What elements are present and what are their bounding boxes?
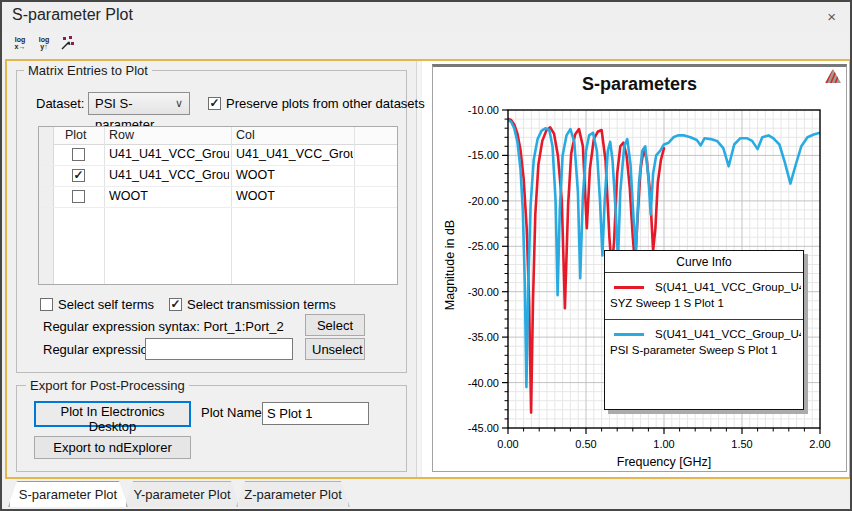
cyan-curve-swatch <box>614 333 644 336</box>
tab-bar: S-parameter Plot Y-parameter Plot Z-para… <box>2 479 850 511</box>
preserve-plots-checkbox[interactable]: ✓ <box>208 97 221 110</box>
legend-entry-sublabel: SYZ Sweep 1 S Plot 1 <box>610 297 803 309</box>
plot-checkbox-row1[interactable] <box>72 148 85 161</box>
legend-entry: S(U41_U41_VCC_Group_U41... <box>605 280 803 294</box>
dataset-dropdown[interactable]: PSI S-parameter ∨ <box>88 92 190 115</box>
plot-checkbox-row3[interactable] <box>72 190 85 203</box>
y-axis-title: Magnitude in dB <box>443 165 457 365</box>
tab-z-parameter-plot[interactable]: Z-parameter Plot <box>236 481 350 507</box>
select-self-terms-label: Select self terms <box>58 297 154 312</box>
regex-label: Regular expression: <box>43 342 159 357</box>
scatter-marker-icon <box>60 35 76 51</box>
close-icon[interactable]: × <box>827 8 836 25</box>
svg-text:-40.00: -40.00 <box>468 377 499 389</box>
cell-row2-row: U41_U41_VCC_Group... <box>109 168 229 182</box>
chart-title: S-parameters <box>432 74 847 95</box>
log-x-icon: log <box>10 36 30 43</box>
table-row[interactable]: WOOT WOOT <box>39 186 397 208</box>
table-row[interactable]: U41_U41_VCC_Group... U41_U41_VCC_Group..… <box>39 144 397 166</box>
regex-syntax-label: Regular expression syntax: Port_1:Port_2 <box>43 319 284 334</box>
plot-checkbox-row2[interactable]: ✓ <box>72 169 85 182</box>
window-title: S-parameter Plot <box>12 6 133 24</box>
legend-entry-label: S(U41_U41_VCC_Group_U41... <box>655 328 801 340</box>
regex-input[interactable] <box>145 338 293 360</box>
svg-text:-10.00: -10.00 <box>468 104 499 116</box>
cell-row3-row: WOOT <box>109 189 229 203</box>
svg-text:-20.00: -20.00 <box>468 195 499 207</box>
panel-splitter[interactable] <box>416 61 421 477</box>
column-header-row[interactable]: Row <box>109 128 134 142</box>
column-header-col[interactable]: Col <box>236 128 255 142</box>
log-x-axis-button[interactable]: log x→ <box>10 36 30 50</box>
dataset-label: Dataset: <box>36 96 84 111</box>
log-x-icon-arrow: x→ <box>10 43 30 50</box>
cell-row1-row: U41_U41_VCC_Group... <box>109 147 229 161</box>
red-curve-swatch <box>614 286 644 289</box>
log-y-icon: log <box>34 36 54 43</box>
legend-entry-label: S(U41_U41_VCC_Group_U41... <box>655 281 801 293</box>
matrix-table-header: Plot Row Col <box>39 127 397 145</box>
export-group-title: Export for Post-Processing <box>26 378 189 393</box>
plot-in-electronics-desktop-button[interactable]: Plot In Electronics Desktop <box>34 401 191 427</box>
dialog-window: S-parameter Plot × log x→ log y↑ Matrix … <box>0 0 852 511</box>
curve-info-legend: Curve Info S(U41_U41_VCC_Group_U41... SY… <box>604 250 804 410</box>
ansys-logo <box>824 68 842 88</box>
preserve-plots-label: Preserve plots from other datasets <box>226 96 425 111</box>
cell-row1-col: U41_U41_VCC_Group... <box>236 147 353 161</box>
svg-text:0.50: 0.50 <box>575 438 596 450</box>
svg-text:2.00: 2.00 <box>809 438 830 450</box>
table-row[interactable]: ✓ U41_U41_VCC_Group... WOOT <box>39 165 397 187</box>
legend-entry: S(U41_U41_VCC_Group_U41... <box>605 327 803 341</box>
svg-text:1.00: 1.00 <box>653 438 674 450</box>
legend-title: Curve Info <box>605 251 803 273</box>
matrix-table: Plot Row Col U41_U41_VCC_Group... U41_U4… <box>38 126 398 285</box>
svg-text:-15.00: -15.00 <box>468 149 499 161</box>
unselect-button[interactable]: Unselect <box>305 338 365 360</box>
column-header-plot[interactable]: Plot <box>65 128 87 142</box>
titlebar: S-parameter Plot × <box>2 2 850 32</box>
tab-y-parameter-plot[interactable]: Y-parameter Plot <box>124 481 240 507</box>
chevron-down-icon: ∨ <box>175 93 183 114</box>
select-transmission-terms-label: Select transmission terms <box>187 297 336 312</box>
marker-tool-button[interactable] <box>60 35 76 55</box>
plot-name-label: Plot Name: <box>201 405 265 420</box>
legend-entry-sublabel: PSI S-parameter Sweep S Plot 1 <box>610 344 803 356</box>
svg-text:-45.00: -45.00 <box>468 422 499 434</box>
legend-divider <box>605 319 803 320</box>
plot-name-input[interactable] <box>262 402 369 425</box>
log-y-icon-arrow: y↑ <box>34 43 54 50</box>
svg-text:1.50: 1.50 <box>731 438 752 450</box>
select-button[interactable]: Select <box>305 314 365 336</box>
cell-row2-col: WOOT <box>236 168 353 182</box>
select-self-terms-checkbox[interactable] <box>40 298 53 311</box>
matrix-entries-group-title: Matrix Entries to Plot <box>24 63 152 78</box>
select-transmission-terms-checkbox[interactable]: ✓ <box>169 298 182 311</box>
tab-s-parameter-plot[interactable]: S-parameter Plot <box>8 481 128 507</box>
svg-text:0.00: 0.00 <box>497 438 518 450</box>
svg-text:-35.00: -35.00 <box>468 331 499 343</box>
cell-row3-col: WOOT <box>236 189 353 203</box>
svg-text:-30.00: -30.00 <box>468 286 499 298</box>
svg-text:Frequency [GHz]: Frequency [GHz] <box>617 455 711 469</box>
log-y-axis-button[interactable]: log y↑ <box>34 36 54 50</box>
export-to-ndexplorer-button[interactable]: Export to ndExplorer <box>34 436 191 459</box>
svg-text:-25.00: -25.00 <box>468 240 499 252</box>
